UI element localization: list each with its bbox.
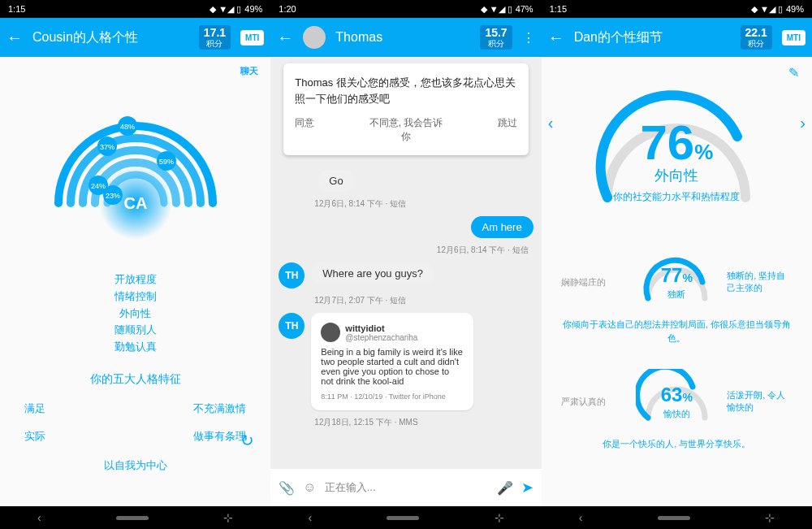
tweet-avatar: [321, 323, 340, 342]
gauge-desc: 你的社交能力水平和热情程度: [542, 190, 812, 204]
suggestion-card: Thomas 很关心您的感受，您也该多花点心思关照一下他们的感受吧 同意 不同意…: [283, 63, 528, 155]
sub-gauge: 77% 独断: [636, 249, 717, 314]
sub-gauge: 63% 愉快的: [636, 369, 717, 434]
msg-time: 12月6日, 8:14 下午 · 短信: [279, 243, 533, 258]
disagree-button[interactable]: 不同意, 我会告诉你: [365, 116, 447, 144]
nav-home-icon[interactable]: [116, 516, 149, 520]
score-badge[interactable]: 17.1积分: [199, 25, 231, 50]
svg-text:24%: 24%: [91, 182, 106, 190]
trait-label: 情绪控制: [0, 288, 270, 306]
nav-bar: ‹ ⊹: [0, 506, 270, 529]
trait-item[interactable]: 不充满激情: [136, 395, 247, 423]
nav-accessibility-icon[interactable]: ⊹: [223, 511, 233, 524]
msg-out[interactable]: Am here: [471, 216, 533, 238]
svg-text:48%: 48%: [120, 123, 135, 131]
score-badge[interactable]: 15.7积分: [480, 25, 512, 50]
app-bar: ← Cousin的人格个性 17.1积分 MTI: [0, 18, 270, 57]
attach-icon[interactable]: 📎: [279, 480, 295, 496]
msg-time: 12月6日, 8:14 下午 · 短信: [279, 197, 533, 211]
nav-bar: ‹ ⊹: [542, 506, 812, 529]
trait-desc: 你是一个快乐的人, 与世界分享快乐。: [542, 434, 812, 459]
trait-desc: 你倾向于表达自己的想法并控制局面, 你很乐意担当领导角色。: [542, 314, 812, 353]
status-time: 1:20: [279, 4, 296, 14]
mic-icon[interactable]: 🎤: [497, 480, 513, 496]
trait-label: 随顺别人: [0, 322, 270, 339]
svg-text:23%: 23%: [106, 192, 120, 200]
nav-back-icon[interactable]: ‹: [37, 511, 41, 524]
tweet-meta: 8:11 PM · 12/10/19 · Twitter for iPhone: [321, 392, 464, 401]
trait-left: 娴静端庄的: [561, 276, 626, 288]
back-icon[interactable]: ←: [548, 28, 564, 47]
trait-item[interactable]: 做事有条理: [136, 423, 247, 450]
mti-button[interactable]: MTI: [782, 30, 806, 46]
svg-text:37%: 37%: [100, 143, 114, 151]
emoji-icon[interactable]: ☺: [303, 480, 316, 495]
trait-label: 外向性: [0, 306, 270, 323]
trait-item[interactable]: 实际: [24, 423, 136, 450]
msg-in[interactable]: Go: [317, 170, 354, 192]
avatar[interactable]: TH: [279, 313, 304, 339]
message-input-bar: 📎 ☺ 正在输入... 🎤 ➤: [270, 469, 541, 506]
nav-accessibility-icon[interactable]: ⊹: [495, 511, 504, 524]
app-bar: ← Dan的个性细节 22.1积分 MTI: [542, 18, 812, 57]
page-title: Dan的个性细节: [574, 29, 731, 46]
status-time: 1:15: [8, 4, 25, 14]
send-icon[interactable]: ➤: [521, 479, 533, 496]
nav-home-icon[interactable]: [658, 516, 690, 520]
svg-text:CA: CA: [123, 194, 147, 212]
nav-back-icon[interactable]: ‹: [579, 511, 583, 524]
back-icon[interactable]: ←: [277, 28, 293, 47]
suggestion-text: Thomas 很关心您的感受，您也该多花点心思关照一下他们的感受吧: [295, 75, 516, 106]
refresh-icon[interactable]: ↻: [240, 431, 254, 450]
skip-button[interactable]: 跳过: [498, 116, 517, 144]
status-bar: 1:15 ◆ ▼◢ ▯49%: [542, 0, 812, 18]
trait-label: 勤勉认真: [0, 339, 270, 356]
gauge-label: 外向性: [542, 166, 812, 185]
contact-avatar[interactable]: [303, 26, 326, 49]
score-badge[interactable]: 22.1积分: [741, 25, 772, 50]
status-bar: 1:20 ◆ ▼◢ ▯47%: [270, 0, 541, 18]
tweet-body: Being in a big family is weird it's like…: [321, 347, 464, 386]
tweet-card[interactable]: wittyidiot@stephenzachariha Being in a b…: [311, 313, 473, 410]
trait-right: 独断的, 坚持自己主张的: [727, 270, 792, 294]
nav-back-icon[interactable]: ‹: [308, 511, 312, 524]
page-title: Cousin的人格个性: [32, 29, 189, 46]
nav-accessibility-icon[interactable]: ⊹: [765, 511, 775, 524]
trait-item[interactable]: 以自我为中心: [0, 458, 270, 473]
trait-item[interactable]: 满足: [24, 395, 136, 423]
edit-icon[interactable]: ✎: [542, 57, 812, 80]
msg-in[interactable]: Where are you guys?: [311, 262, 434, 284]
traits-heading: 你的五大人格特征: [0, 372, 270, 387]
trait-left: 严肃认真的: [561, 396, 626, 408]
msg-time: 12月7日, 2:07 下午 · 短信: [279, 293, 533, 308]
nav-home-icon[interactable]: [387, 516, 419, 520]
status-time: 1:15: [550, 4, 567, 14]
contact-name: Thomas: [335, 30, 470, 45]
agree-button[interactable]: 同意: [295, 116, 314, 144]
svg-text:59%: 59%: [159, 158, 174, 166]
trait-right: 活泼开朗, 令人愉快的: [727, 389, 792, 414]
nav-bar: ‹ ⊹: [270, 506, 541, 529]
avatar[interactable]: TH: [279, 262, 304, 288]
msg-time: 12月18日, 12:15 下午 · MMS: [279, 415, 533, 430]
personality-arcs: 48% 37% 59% 24% 23% CA: [22, 65, 249, 276]
app-bar: ← Thomas 15.7积分 ⋮: [270, 18, 541, 57]
more-icon[interactable]: ⋮: [522, 30, 535, 46]
status-bar: 1:15 ◆ ▼◢ ▯49%: [0, 0, 270, 18]
message-input[interactable]: 正在输入...: [325, 480, 489, 495]
mti-button[interactable]: MTI: [240, 30, 264, 46]
back-icon[interactable]: ←: [6, 28, 23, 47]
